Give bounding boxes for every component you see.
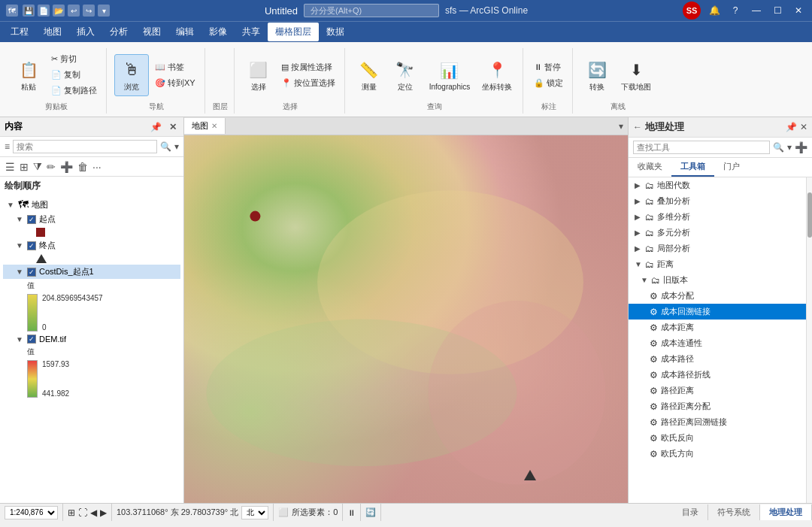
layer-end[interactable]: ▼ ✓ 终点 [3, 238, 180, 253]
filter-icon2[interactable]: ⧩ [32, 159, 43, 174]
coords-system-select[interactable]: 北 [241, 506, 268, 519]
paste-button[interactable]: 📋 粘贴 [12, 55, 45, 95]
measure-button[interactable]: 📏 测量 [353, 55, 386, 95]
rp-item-path-dist-alloc[interactable]: ⚙ 路径距离分配 [629, 398, 806, 414]
menu-view[interactable]: 视图 [135, 23, 168, 41]
convert-button[interactable]: 🔄 转换 [580, 55, 614, 95]
goto-xy-button[interactable]: 🎯转到XY [152, 76, 198, 90]
layer-map[interactable]: ▼ 🗺 地图 [3, 197, 180, 212]
rp-item-cost-path[interactable]: ⚙ 成本路径 [629, 351, 806, 367]
rp-item-euclidean-back[interactable]: ⚙ 欧氏反向 [629, 430, 806, 446]
prev-extent-icon[interactable]: ◀ [90, 507, 97, 518]
add-layer-icon[interactable]: ➕ [59, 160, 74, 174]
rp-item-legacy[interactable]: ▼ 🗂 旧版本 [629, 272, 806, 288]
rp-item-path-dist-backlink[interactable]: ⚙ 路径距离回溯链接 [629, 414, 806, 430]
rp-search-icon[interactable]: 🔍 [773, 142, 784, 153]
rp-item-euclidean-dir[interactable]: ⚙ 欧氏方向 [629, 446, 806, 462]
menu-map[interactable]: 地图 [36, 23, 69, 41]
next-extent-icon[interactable]: ▶ [100, 507, 107, 518]
rp-tab-toolbox[interactable]: 工具箱 [671, 158, 714, 177]
rp-item-distance[interactable]: ▼ 🗂 距离 [629, 256, 806, 272]
bottom-tab-catalog[interactable]: 目录 [673, 504, 708, 520]
list-view-icon[interactable]: ☰ [5, 160, 16, 174]
draw-icon[interactable]: ✏ [46, 160, 56, 174]
rp-item-local[interactable]: ▶ 🗂 局部分析 [629, 241, 806, 256]
menu-project[interactable]: 工程 [3, 23, 36, 41]
close-button[interactable]: ✕ [791, 3, 806, 18]
menu-share[interactable]: 共享 [235, 23, 268, 41]
download-map-button[interactable]: ⬇ 下载地图 [617, 55, 656, 95]
rp-pin-icon[interactable]: 📌 [786, 122, 797, 132]
search-dropdown-icon[interactable]: ▾ [174, 141, 179, 152]
attr-select-button[interactable]: ▤按属性选择 [278, 60, 338, 74]
title-search-input[interactable] [304, 4, 439, 17]
map-tab[interactable]: 地图 ✕ [184, 118, 226, 134]
end-checkbox[interactable]: ✓ [27, 241, 36, 250]
remove-layer-icon[interactable]: 🗑 [77, 160, 89, 174]
rp-tab-portal[interactable]: 门户 [714, 158, 749, 177]
start-checkbox[interactable]: ✓ [27, 215, 36, 224]
full-extent-icon[interactable]: ⛶ [78, 507, 87, 518]
status-pause-icon[interactable]: ⏸ [347, 508, 356, 517]
bottom-tab-symbology[interactable]: 符号系统 [708, 504, 760, 520]
rp-add-icon[interactable]: ➕ [795, 141, 807, 153]
copy-button[interactable]: 📄复制 [48, 68, 100, 82]
left-search-input[interactable] [13, 140, 157, 153]
rp-tab-favorites[interactable]: 收藏夹 [629, 158, 671, 177]
rp-item-overlay[interactable]: ▶ 🗂 叠加分析 [629, 193, 806, 209]
layer-start[interactable]: ▼ ✓ 起点 [3, 212, 180, 226]
pause-button[interactable]: ⏸暂停 [531, 60, 566, 74]
save-icon[interactable]: 💾 [23, 5, 35, 17]
menu-data[interactable]: 数据 [319, 23, 352, 41]
loc-select-button[interactable]: 📍按位置选择 [278, 76, 338, 90]
more-icon[interactable]: ··· [92, 160, 102, 174]
rp-search-dropdown-icon[interactable]: ▾ [787, 142, 792, 153]
fit-extent-icon[interactable]: ⊞ [68, 507, 75, 518]
refresh-icon[interactable]: 🔄 [365, 507, 376, 517]
rp-search-input[interactable] [633, 141, 770, 154]
infographics-button[interactable]: 📊 Infographics [425, 56, 474, 94]
new-icon[interactable]: 📄 [38, 5, 50, 17]
browse-button[interactable]: 🖱 浏览 [114, 54, 149, 96]
menu-analysis[interactable]: 分析 [102, 23, 135, 41]
map-canvas[interactable] [184, 135, 628, 503]
left-panel-close-icon[interactable]: ✕ [167, 121, 179, 133]
rp-item-cost-backlink[interactable]: ⚙ 成本回溯链接 [629, 304, 806, 320]
rp-item-cost-distance[interactable]: ⚙ 成本距离 [629, 320, 806, 335]
scale-select[interactable]: 1:240,876 [5, 506, 58, 519]
notification-icon[interactable]: 🔔 [707, 3, 722, 18]
lock-button[interactable]: 🔒锁定 [531, 76, 566, 90]
copy-path-button[interactable]: 📄复制路径 [48, 83, 100, 98]
rp-item-path-distance[interactable]: ⚙ 路径距离 [629, 383, 806, 398]
map-tab-close-icon[interactable]: ✕ [211, 122, 217, 130]
map-tab-dropdown-icon[interactable]: ▾ [614, 120, 628, 133]
redo-icon[interactable]: ↪ [83, 5, 95, 17]
user-avatar[interactable]: SS [683, 2, 701, 20]
rp-item-cost-path-poly[interactable]: ⚙ 成本路径折线 [629, 367, 806, 383]
pin-icon[interactable]: 📌 [148, 121, 164, 133]
table-view-icon[interactable]: ⊞ [19, 160, 29, 174]
menu-insert[interactable]: 插入 [69, 23, 102, 41]
rp-scroll-thumb[interactable] [807, 192, 812, 238]
costdis-checkbox[interactable]: ✓ [27, 268, 36, 277]
menu-imagery[interactable]: 影像 [201, 23, 235, 41]
minimize-button[interactable]: — [749, 3, 764, 18]
help-button[interactable]: ? [728, 3, 743, 18]
coords-button[interactable]: 📍 坐标转换 [477, 55, 517, 95]
rp-item-multi-dim[interactable]: ▶ 🗂 多维分析 [629, 209, 806, 225]
layer-costdis[interactable]: ▼ ✓ CostDis_起点1 [3, 265, 180, 279]
rp-scrollbar[interactable] [806, 177, 812, 503]
open-icon[interactable]: 📂 [53, 5, 65, 17]
back-icon[interactable]: ← [633, 122, 642, 132]
layer-dem[interactable]: ▼ ✓ DEM.tif [3, 333, 180, 345]
undo-icon[interactable]: ↩ [68, 5, 80, 17]
rp-item-cost-connect[interactable]: ⚙ 成本连通性 [629, 335, 806, 351]
rp-close-icon[interactable]: ✕ [800, 122, 807, 132]
locate-button[interactable]: 🔭 定位 [389, 55, 422, 95]
rp-item-multivariate[interactable]: ▶ 🗂 多元分析 [629, 225, 806, 241]
maximize-button[interactable]: ☐ [770, 3, 785, 18]
bottom-tab-geoprocessing[interactable]: 地理处理 [760, 504, 812, 520]
rp-item-map-algebra[interactable]: ▶ 🗂 地图代数 [629, 177, 806, 193]
bookmark-button[interactable]: 📖书签 [152, 60, 198, 74]
cut-button[interactable]: ✂剪切 [48, 52, 100, 66]
